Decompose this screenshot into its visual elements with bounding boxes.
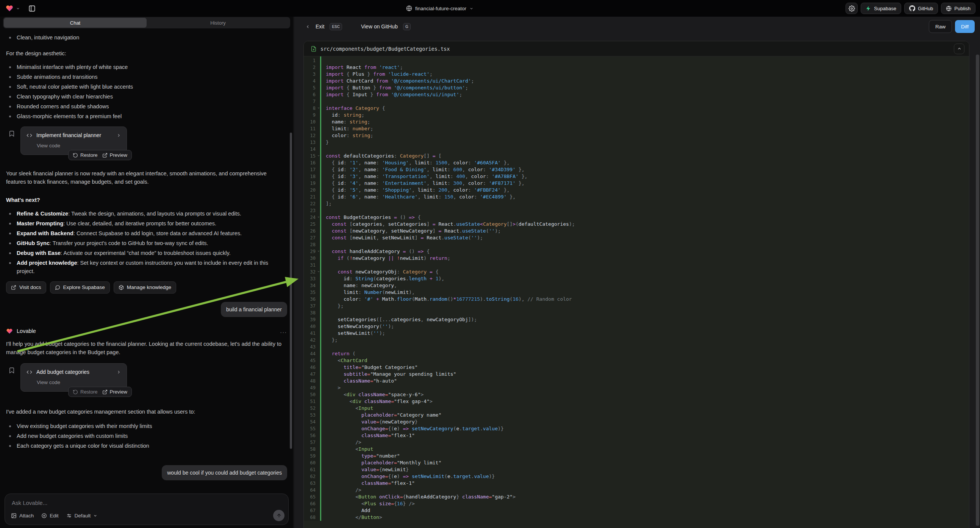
code-editor[interactable]: 12import React from 'react';3import { Pl… (304, 56, 969, 521)
supabase-button[interactable]: Supabase (861, 3, 901, 14)
preview-button[interactable]: Preview (102, 388, 127, 396)
view-code-link[interactable]: View code (37, 379, 121, 387)
line-number: 5 (304, 84, 320, 91)
code-line: 17 { id: '2', name: 'Food & Dining', lim… (304, 166, 969, 173)
next-step-item: Refine & Customize: Tweak the design, an… (6, 210, 287, 218)
code-line: 24const BudgetCategories = () => { (304, 214, 969, 221)
exit-button[interactable]: Exit (315, 24, 324, 30)
bookmark-icon[interactable] (8, 130, 15, 137)
line-number: 53 (304, 412, 320, 418)
publish-button[interactable]: Publish (941, 3, 975, 14)
chevron-right-icon (116, 370, 121, 375)
send-button[interactable] (273, 510, 285, 521)
code-line-content: color: '#' + Math.floor(Math.random()*16… (320, 296, 572, 303)
restore-button[interactable]: Restore (73, 388, 98, 396)
explore-supabase-button[interactable]: Explore Supabase (50, 281, 110, 294)
view-code-link[interactable]: View code (37, 142, 121, 150)
bookmark-icon[interactable] (8, 367, 15, 374)
code-line-content: placeholder="Monthly limit" (320, 460, 441, 466)
code-scrollbar[interactable] (976, 54, 979, 526)
version-card-add-budget-categories: Add budget categories View code Restore … (21, 363, 127, 392)
restore-label: Restore (80, 151, 98, 159)
code-line-content: className="h-auto" (320, 378, 397, 385)
chevron-down-icon[interactable] (16, 6, 20, 11)
raw-button[interactable]: Raw (929, 20, 952, 33)
code-line-content: const [newLimit, setNewLimit] = React.us… (320, 234, 483, 241)
line-number: 31 (304, 262, 320, 269)
chat-scrollbar[interactable] (290, 132, 292, 449)
fold-chevron-icon[interactable] (317, 250, 320, 253)
code-line-content: subtitle="Manage your spending limits" (320, 371, 456, 378)
code-line: 66 <Plus size={16} /> (304, 500, 969, 507)
line-number: 7 (304, 98, 320, 105)
lovable-logo-icon[interactable] (5, 5, 14, 12)
code-line: 18 { id: '3', name: 'Transportation', li… (304, 173, 969, 180)
settings-button[interactable] (846, 3, 858, 14)
supabase-label: Supabase (874, 6, 896, 11)
sidebar-toggle-icon[interactable] (26, 3, 38, 14)
preview-button[interactable]: Preview (102, 151, 127, 159)
fold-chevron-icon[interactable] (317, 270, 320, 273)
g-key-badge: G (403, 23, 410, 30)
code-line: 49 > (304, 385, 969, 391)
line-number: 9 (304, 112, 320, 119)
code-line: 31 (304, 262, 969, 269)
file-path: src/components/budget/BudgetCategories.t… (320, 46, 450, 52)
chat-scroll-area[interactable]: Clean, intuitive navigation For the desi… (0, 30, 293, 493)
next-step-item: Add project knowledge: Set key context o… (6, 259, 287, 275)
code-line: 57 /> (304, 439, 969, 446)
chevron-down-icon (93, 514, 97, 518)
line-number: 46 (304, 364, 320, 371)
view-on-github-button[interactable]: View on GitHub (361, 24, 398, 30)
code-line: 15const defaultCategories: Category[] = … (304, 153, 969, 159)
code-line-content: placeholder="Category name" (320, 412, 441, 418)
edit-mode-button[interactable]: Edit (41, 513, 58, 518)
visit-docs-button[interactable]: Visit docs (6, 281, 46, 294)
chat-panel: Chat History Clean, intuitive navigation… (0, 17, 294, 528)
chevron-left-icon[interactable] (305, 24, 310, 29)
fold-chevron-icon[interactable] (317, 154, 320, 157)
chat-input[interactable] (5, 494, 274, 506)
message-menu-button[interactable]: ... (280, 327, 287, 335)
model-select[interactable]: Default (66, 513, 98, 518)
code-line: 58 <Input (304, 446, 969, 453)
code-line: 3import { Plus } from 'lucide-react'; (304, 71, 969, 78)
code-line-content: <Button onClick={handleAddCategory} clas… (320, 493, 515, 500)
line-number: 44 (304, 350, 320, 357)
file-plus-icon (311, 46, 317, 52)
diff-button[interactable]: Diff (955, 20, 975, 33)
line-number: 1 (304, 57, 320, 64)
collapse-file-button[interactable] (954, 44, 964, 54)
tab-chat[interactable]: Chat (4, 18, 146, 28)
code-file-card: src/components/budget/BudgetCategories.t… (304, 41, 969, 528)
fold-chevron-icon[interactable] (317, 107, 320, 110)
code-line-content (320, 309, 326, 316)
project-switcher[interactable]: financial-future-creator (406, 0, 474, 17)
file-header[interactable]: src/components/budget/BudgetCategories.t… (304, 41, 969, 56)
line-number: 26 (304, 227, 320, 234)
fold-chevron-icon[interactable] (317, 216, 320, 219)
code-line-content: import React from 'react'; (320, 64, 403, 71)
code-line: 14 (304, 146, 969, 153)
line-number: 17 (304, 166, 320, 173)
line-number: 19 (304, 180, 320, 187)
code-line-content: <Input (320, 446, 373, 453)
line-number: 68 (304, 514, 320, 521)
line-number: 27 (304, 234, 320, 241)
line-number: 22 (304, 200, 320, 207)
line-number: 47 (304, 371, 320, 378)
manage-knowledge-button[interactable]: Manage knowledge (114, 281, 176, 294)
restore-button[interactable]: Restore (73, 151, 98, 159)
code-line: 46 title="Budget Categories" (304, 364, 969, 371)
line-number: 16 (304, 159, 320, 166)
line-number: 15 (304, 153, 320, 159)
code-line-content: }; (320, 303, 344, 309)
design-bullet-list: Minimalist interface with plenty of whit… (6, 63, 287, 121)
attach-button[interactable]: Attach (11, 513, 34, 518)
code-line-content: Add (320, 507, 370, 514)
attach-label: Attach (19, 513, 34, 518)
tab-history[interactable]: History (146, 18, 290, 28)
github-button[interactable]: GitHub (904, 3, 938, 14)
code-line: 35 limit: Number(newLimit), (304, 289, 969, 296)
line-number: 24 (304, 214, 320, 221)
